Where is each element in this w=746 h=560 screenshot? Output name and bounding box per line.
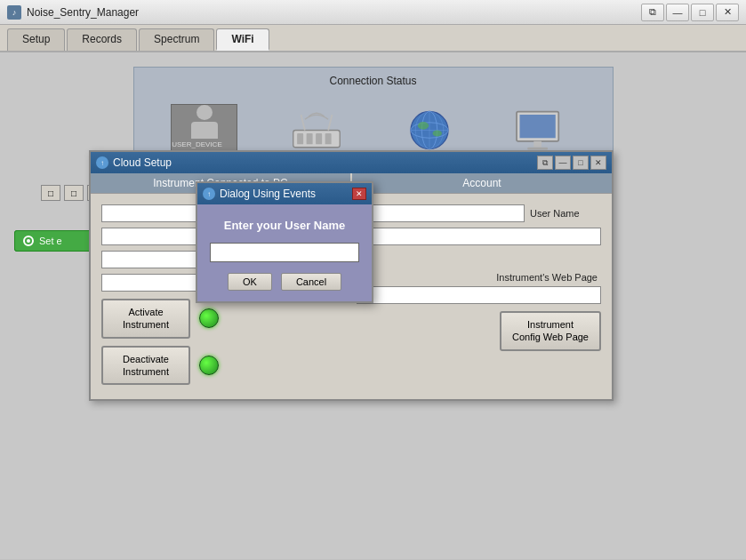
dialog-overlay: ↑ Dialog Using Events ✕ Enter your User … xyxy=(0,52,746,559)
dialog-content: Enter your User Name OK Cancel xyxy=(197,204,372,301)
dialog-title-icon: ↑ xyxy=(203,188,215,200)
dialog-ok-button[interactable]: OK xyxy=(228,273,272,291)
restore-button[interactable]: ⧉ xyxy=(641,4,664,21)
dialog-message: Enter your User Name xyxy=(210,219,359,232)
title-bar: ♪ Noise_Sentry_Manager ⧉ — □ ✕ xyxy=(0,0,746,25)
title-bar-buttons: ⧉ — □ ✕ xyxy=(641,4,739,21)
dialog-box: ↑ Dialog Using Events ✕ Enter your User … xyxy=(196,181,373,303)
dialog-buttons: OK Cancel xyxy=(210,273,359,291)
minimize-button[interactable]: — xyxy=(666,4,689,21)
dialog-username-input[interactable] xyxy=(210,243,359,262)
tab-spectrum[interactable]: Spectrum xyxy=(139,28,214,51)
tab-setup[interactable]: Setup xyxy=(7,28,65,51)
dialog-close-button[interactable]: ✕ xyxy=(352,188,366,200)
tab-records[interactable]: Records xyxy=(67,28,137,51)
app-title: Noise_Sentry_Manager xyxy=(27,6,641,19)
tab-wifi[interactable]: WiFi xyxy=(216,28,269,51)
close-button[interactable]: ✕ xyxy=(716,4,739,21)
dialog-title-text: Dialog Using Events xyxy=(220,188,316,200)
tab-bar: Setup Records Spectrum WiFi xyxy=(0,25,746,52)
maximize-button[interactable]: □ xyxy=(691,4,714,21)
main-area: Connection Status USER_DEVICE v1.1 xyxy=(0,52,746,559)
app-icon: ♪ xyxy=(7,5,21,20)
dialog-title-bar: ↑ Dialog Using Events ✕ xyxy=(197,183,372,204)
dialog-cancel-button[interactable]: Cancel xyxy=(281,273,341,291)
